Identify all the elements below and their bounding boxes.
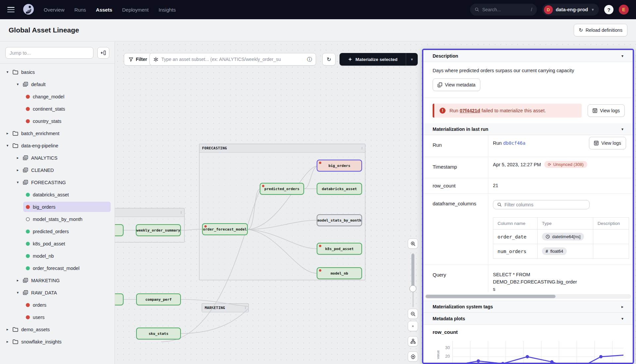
caret-right-icon[interactable]: ▸ (5, 327, 10, 332)
asset-node-predicted-orders[interactable]: predicted_orders (260, 183, 304, 195)
asset-node-model-nb[interactable]: model_nb (317, 267, 362, 279)
zoom-in-button[interactable] (408, 238, 418, 249)
refresh-button[interactable]: ↻ (322, 53, 336, 66)
sidebar-item-big-orders[interactable]: big_orders (0, 201, 115, 213)
caret-right-icon[interactable]: ▸ (16, 156, 20, 160)
materialize-selected-button[interactable]: Materialize selected ▼ (340, 53, 418, 66)
chevron-down-icon[interactable]: ▾ (621, 127, 623, 131)
sidebar-item-demo-assets[interactable]: ▸demo_assets (0, 323, 115, 336)
workspace-switcher[interactable]: D data-eng-prod ▼ (542, 4, 599, 16)
run-id-link[interactable]: db0cf46a (503, 140, 525, 146)
failed-run-link[interactable]: 07f4421d (460, 108, 480, 113)
sidebar-item-default[interactable]: ▾default (0, 78, 115, 90)
asset-node-order-forecast-model[interactable]: order_forecast_model (202, 223, 248, 235)
sidebar-item-orders[interactable]: orders (0, 299, 115, 311)
sidebar-item-cleaned[interactable]: ▸CLEANED (0, 164, 115, 176)
chevron-right-icon[interactable]: ▸ (621, 304, 623, 309)
system-tags-section-header[interactable]: Materialization system tags ▸ (423, 301, 633, 313)
nav-item-overview[interactable]: Overview (44, 7, 65, 13)
caret-down-icon[interactable]: ▾ (5, 70, 10, 74)
sidebar-item-users[interactable]: users (0, 311, 115, 323)
nav-item-runs[interactable]: Runs (75, 7, 86, 13)
sidebar-item-analytics[interactable]: ▸ANALYTICS (0, 152, 115, 164)
recenter-button[interactable] (408, 351, 418, 362)
layout-button[interactable] (408, 336, 418, 346)
caret-right-icon[interactable]: ▸ (16, 168, 20, 172)
filter-columns-input[interactable] (504, 202, 585, 207)
caret-right-icon[interactable]: ▸ (5, 339, 10, 344)
asset-node-sku-stats[interactable]: sku_stats (136, 328, 181, 339)
sidebar-item-data-eng-pipeline[interactable]: ▾data-eng-pipeline (0, 139, 115, 152)
asset-node-big-orders[interactable]: big_orders (317, 160, 362, 172)
sidebar-item-batch-enrichment[interactable]: ▸batch_enrichment (0, 127, 115, 139)
view-run-logs-button[interactable]: View logs (589, 137, 626, 149)
global-search-input[interactable]: Search... / (470, 4, 537, 16)
sidebar-item-predicted-orders[interactable]: predicted_orders (0, 225, 115, 237)
sidebar-item-model-nb[interactable]: model_nb (0, 250, 115, 262)
avatar[interactable]: E (619, 5, 629, 15)
sidebar-item-label: FORECASTING (31, 180, 66, 185)
sidebar-item-databricks-asset[interactable]: databricks_asset (0, 188, 115, 201)
query-row: Query SELECT * FROM DEMO_DB2.FORECASTING… (423, 265, 633, 292)
nav-item-deployment[interactable]: Deployment (122, 7, 149, 13)
sidebar-item-raw-data[interactable]: ▾RAW_DATA (0, 286, 115, 299)
reload-definitions-button[interactable]: ↻ Reload definitions (574, 24, 627, 36)
sidebar-item-marketing[interactable]: ▸MARKETING (0, 274, 115, 286)
sidebar-item-model-stats-by-month[interactable]: model_stats_by_month (0, 213, 115, 225)
asset-subset-input[interactable] (161, 57, 304, 62)
caret-down-icon[interactable]: ▾ (16, 180, 20, 184)
hamburger-menu-icon[interactable] (7, 7, 15, 12)
group-menu-icon[interactable]: ⁞ (181, 211, 182, 214)
materialization-section-header[interactable]: Materialization in last run ▾ (423, 123, 633, 135)
zoom-slider-handle[interactable] (409, 285, 416, 292)
sidebar-item-forecasting[interactable]: ▾FORECASTING (0, 176, 115, 188)
materialize-menu-chevron[interactable]: ▼ (406, 53, 418, 66)
sidebar-item-continent-stats[interactable]: continent_stats (0, 103, 115, 115)
sidebar-item-country-stats[interactable]: country_stats (0, 115, 115, 127)
caret-down-icon[interactable]: ▾ (16, 290, 20, 295)
asset-node-k8s-pod-asset[interactable]: k8s_pod_asset (317, 243, 362, 255)
sidebar-item-basics[interactable]: ▾basics (0, 66, 115, 78)
sidebar-item-label: data-eng-pipeline (21, 143, 58, 148)
sidebar-item-k8s-pod-asset[interactable]: k8s_pod_asset (0, 237, 115, 250)
chevron-down-icon[interactable]: ▾ (621, 316, 623, 321)
nav-item-assets[interactable]: Assets (96, 7, 112, 13)
panel-horizontal-scrollbar[interactable] (425, 294, 631, 299)
asset-node-company-perf[interactable]: company_perf (136, 293, 181, 305)
caret-down-icon[interactable]: ▾ (5, 143, 10, 148)
group-menu-icon[interactable]: ⁞ (361, 147, 362, 150)
sidebar-item-change-model[interactable]: change_model (0, 90, 115, 103)
zoom-out-button[interactable] (408, 309, 418, 319)
dagster-logo-icon[interactable] (22, 3, 35, 16)
metadata-plots-section-header[interactable]: Metadata plots ▾ (423, 313, 633, 325)
asset-node-weekly-order-summary[interactable]: weekly_order_summary (136, 224, 181, 236)
asset-node-model-stats-by-month[interactable]: model_stats_by_month (317, 214, 362, 226)
asset-node-item[interactable] (115, 224, 124, 236)
scrollbar-thumb[interactable] (426, 295, 556, 298)
sidebar-item-snowflake-insights[interactable]: ▸snowflake_insights (0, 336, 115, 348)
help-icon[interactable]: ? (604, 5, 613, 14)
collapse-all-groups-button[interactable]: ⌄⌃ (408, 321, 418, 331)
nav-item-insights[interactable]: Insights (159, 7, 176, 13)
asset-node-databricks-asset[interactable]: databricks_asset (317, 183, 362, 195)
description-section-header[interactable]: Description ▾ (423, 50, 633, 62)
group-header[interactable]: MARKETING⁞ (202, 304, 248, 312)
view-metadata-button[interactable]: View metadata (433, 78, 480, 91)
chevron-down-icon[interactable]: ▾ (621, 54, 623, 58)
asset-node-item[interactable] (115, 293, 124, 305)
caret-down-icon[interactable]: ▾ (16, 82, 20, 86)
unsynced-badge[interactable]: ⟳ Unsynced (308) (544, 161, 587, 168)
jump-to-input[interactable] (5, 47, 93, 59)
group-header[interactable]: FORECASTING⁞ (199, 144, 365, 153)
caret-right-icon[interactable]: ▸ (16, 278, 20, 283)
filter-button[interactable]: Filter (124, 53, 152, 66)
collapse-sidebar-button[interactable] (97, 47, 109, 59)
info-icon[interactable]: ⓘ (307, 56, 312, 63)
folder-icon (13, 327, 18, 332)
view-logs-button[interactable]: View logs (588, 104, 625, 117)
group-menu-icon[interactable]: ⁞ (245, 306, 246, 310)
caret-right-icon[interactable]: ▸ (5, 131, 10, 135)
group-header[interactable]: ⁞ (115, 208, 184, 217)
sidebar-item-order-forecast-model[interactable]: order_forecast_model (0, 262, 115, 274)
column-type-cell: datetime64[ns] (538, 230, 593, 244)
